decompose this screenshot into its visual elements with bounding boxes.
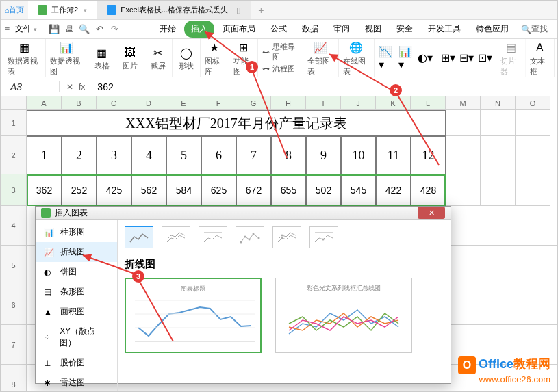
- menu-review[interactable]: 审阅: [327, 21, 357, 38]
- cell[interactable]: [481, 136, 516, 174]
- chart-type-scatter[interactable]: ⁘XY（散点图）: [36, 322, 117, 353]
- allcharts-button[interactable]: 📈全部图表: [303, 39, 339, 77]
- cell[interactable]: [446, 136, 481, 174]
- cell[interactable]: 4: [131, 136, 166, 174]
- col-header[interactable]: I: [306, 96, 341, 110]
- cell[interactable]: 9: [306, 136, 341, 174]
- subtype-stacked-markers[interactable]: [272, 226, 301, 248]
- cell[interactable]: 655: [271, 174, 306, 206]
- cell-reference[interactable]: A3: [1, 81, 60, 92]
- cell[interactable]: 584: [166, 174, 201, 206]
- cell[interactable]: [481, 110, 516, 136]
- cell[interactable]: 5: [166, 136, 201, 174]
- subtype-stacked-line[interactable]: [162, 226, 190, 248]
- screenshot-button[interactable]: ✂截屏: [144, 39, 173, 77]
- sparkline-bar-icon[interactable]: 📊▾: [398, 45, 414, 71]
- cell[interactable]: 562: [131, 174, 166, 206]
- cell[interactable]: 3: [97, 136, 131, 174]
- close-icon[interactable]: ▯: [236, 5, 241, 15]
- sparkline-other-icon[interactable]: ◐▾: [418, 51, 433, 64]
- cell[interactable]: 7: [236, 136, 271, 174]
- subtype-percent-line[interactable]: [199, 226, 227, 248]
- chart-type-radar[interactable]: ✱雷达图: [36, 373, 117, 392]
- row-header[interactable]: 7: [1, 325, 27, 365]
- menu-formula[interactable]: 公式: [264, 21, 294, 38]
- undo-icon[interactable]: ↶: [93, 23, 105, 36]
- col-header[interactable]: E: [166, 96, 201, 110]
- cell[interactable]: 545: [341, 174, 376, 206]
- print-icon[interactable]: 🖶: [63, 23, 75, 36]
- col-header[interactable]: O: [516, 96, 550, 110]
- col-header[interactable]: H: [271, 96, 306, 110]
- chart-type-icon[interactable]: ⊟▾: [459, 51, 474, 64]
- document-tab[interactable]: Excel表格技...格保存后格式丢失 ▯: [97, 1, 251, 19]
- chart-type-bar[interactable]: ▤条形图: [36, 282, 117, 302]
- chart-type-line[interactable]: 📈折线图: [36, 242, 117, 262]
- row-header[interactable]: 1: [1, 110, 27, 136]
- subtype-percent-markers[interactable]: [309, 226, 338, 248]
- cell[interactable]: 425: [97, 174, 131, 206]
- flowchart-button[interactable]: ⊶流程图: [262, 64, 298, 74]
- mindmap-button[interactable]: ⊷思维导图: [262, 42, 298, 62]
- col-header[interactable]: J: [341, 96, 376, 110]
- row-header[interactable]: 5: [1, 246, 27, 285]
- menu-view[interactable]: 视图: [358, 21, 388, 38]
- cell[interactable]: [516, 174, 550, 206]
- shape-button[interactable]: ◯形状: [173, 39, 201, 77]
- subtype-line-markers[interactable]: [236, 226, 264, 248]
- cell[interactable]: [446, 110, 481, 136]
- iconlib-button[interactable]: ★图标库: [201, 39, 229, 77]
- row-header[interactable]: 8: [1, 365, 27, 392]
- cell[interactable]: 362: [27, 174, 62, 206]
- col-header[interactable]: L: [411, 96, 446, 110]
- subtype-line[interactable]: [125, 226, 153, 248]
- col-header[interactable]: D: [131, 96, 166, 110]
- sparkline-line-icon[interactable]: 📉▾: [379, 45, 394, 71]
- col-header[interactable]: G: [236, 96, 271, 110]
- close-button[interactable]: ✕: [418, 207, 445, 219]
- pivot-chart-button[interactable]: 📊数据透视图: [46, 39, 88, 77]
- cell[interactable]: 11: [376, 136, 411, 174]
- chart-type-area[interactable]: ▲面积图: [36, 302, 117, 322]
- cell[interactable]: 12: [411, 136, 446, 174]
- menu-start[interactable]: 开始: [153, 21, 183, 38]
- cell[interactable]: [516, 110, 550, 136]
- cell[interactable]: 428: [411, 174, 446, 206]
- fx-icon[interactable]: fx: [79, 82, 85, 92]
- tab-menu-icon[interactable]: ▾: [84, 7, 87, 14]
- cell[interactable]: 2: [62, 136, 97, 174]
- row-header[interactable]: 3: [1, 174, 27, 206]
- title-cell[interactable]: XXX铝型材厂2017年月份产量记录表: [27, 110, 446, 136]
- onlinechart-button[interactable]: 🌐在线图表: [339, 39, 375, 77]
- picture-button[interactable]: 🖼图片: [116, 39, 144, 77]
- preview-icon[interactable]: 🔍: [78, 23, 90, 36]
- row-header[interactable]: 6: [1, 285, 27, 325]
- col-header[interactable]: C: [97, 96, 131, 110]
- chart-type-icon[interactable]: ⊞▾: [441, 51, 455, 64]
- chart-type-icon[interactable]: ⊡▾: [478, 51, 492, 64]
- menu-security[interactable]: 安全: [390, 21, 420, 38]
- menu-devtools[interactable]: 开发工具: [421, 21, 468, 38]
- cell[interactable]: [446, 174, 481, 206]
- chart-preview-single[interactable]: 图表标题: [125, 278, 262, 353]
- select-all-corner[interactable]: [1, 96, 27, 110]
- search-button[interactable]: 🔍 查找: [516, 22, 553, 36]
- table-button[interactable]: ▦表格: [88, 39, 116, 77]
- fx-cancel-icon[interactable]: ✕: [66, 82, 73, 92]
- cell[interactable]: [516, 136, 550, 174]
- menu-data[interactable]: 数据: [295, 21, 325, 38]
- menu-special[interactable]: 特色应用: [469, 21, 516, 38]
- home-tab[interactable]: ⌂ 首页: [1, 1, 28, 19]
- cell[interactable]: 672: [236, 174, 271, 206]
- col-header[interactable]: M: [446, 96, 481, 110]
- textbox-button[interactable]: A文本框: [526, 39, 555, 77]
- file-menu[interactable]: 文件▾: [10, 22, 42, 36]
- menu-pagelayout[interactable]: 页面布局: [216, 21, 262, 38]
- dialog-titlebar[interactable]: 插入图表 ✕: [36, 207, 451, 220]
- cell[interactable]: [481, 174, 516, 206]
- cell[interactable]: 625: [201, 174, 236, 206]
- cell[interactable]: 8: [271, 136, 306, 174]
- cell[interactable]: 252: [62, 174, 97, 206]
- formula-input[interactable]: 362: [92, 81, 557, 92]
- chart-type-pie[interactable]: ◐饼图: [36, 262, 117, 282]
